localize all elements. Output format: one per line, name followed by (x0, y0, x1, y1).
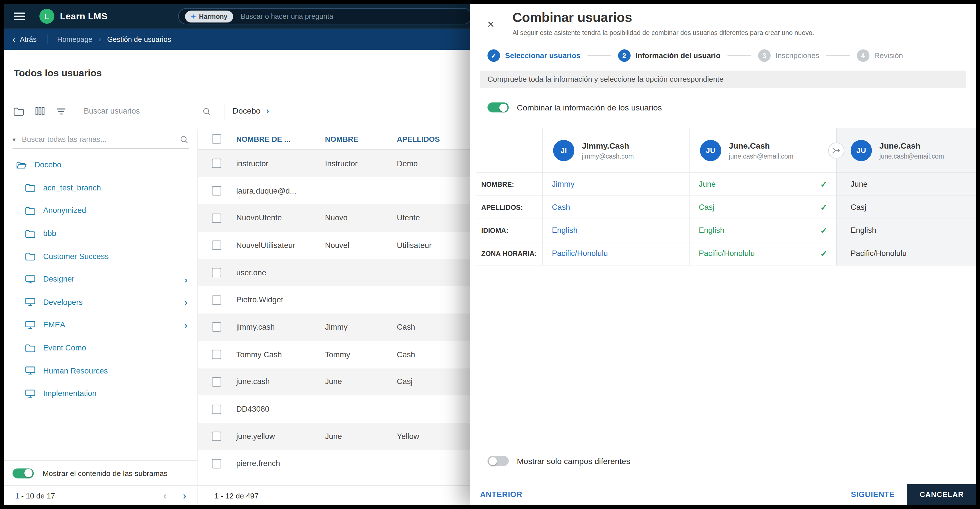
compare-header-user-b: JU June.Cash june.cash@email.com (689, 128, 837, 173)
tree-item[interactable]: Implementation (4, 382, 197, 405)
previous-button[interactable]: ANTERIOR (480, 490, 522, 499)
pagination-next-icon[interactable]: › (183, 490, 186, 501)
step-connector (826, 55, 850, 56)
global-search[interactable]: ✦ Harmony (178, 8, 472, 24)
select-all-checkbox[interactable] (212, 134, 221, 144)
pagination-prev-icon[interactable]: ‹ (163, 490, 167, 501)
row-checkbox[interactable] (212, 322, 221, 332)
cell-username: instructor (236, 159, 325, 168)
branch-search[interactable]: ▾ (13, 131, 189, 149)
option-user-b[interactable]: English (699, 226, 724, 235)
filter-icon[interactable] (55, 105, 67, 117)
tree-item[interactable]: bbb (4, 222, 197, 245)
branch-breadcrumb[interactable]: Docebo › (232, 106, 269, 116)
modal-title: Combinar usuarios (512, 10, 632, 25)
cell-first-name: Jimmy (325, 323, 397, 331)
wizard-stepper: ✓ Seleccionar usuarios 2 Información del… (487, 49, 903, 62)
caret-down-icon[interactable]: ▾ (13, 136, 16, 143)
merge-info-toggle-row: Combinar la información de los usuarios (487, 103, 662, 113)
option-user-a[interactable]: English (552, 226, 578, 235)
row-checkbox[interactable] (212, 214, 221, 223)
column-header-username[interactable]: NOMBRE DE ... (236, 135, 325, 143)
step-review[interactable]: 4 Revisión (857, 49, 903, 62)
chevron-right-icon: › (266, 106, 269, 116)
row-checkbox[interactable] (212, 295, 221, 304)
row-checkbox[interactable] (212, 241, 221, 250)
result-value: English (851, 226, 876, 235)
check-icon: ✓ (487, 49, 500, 62)
hamburger-menu-icon[interactable] (14, 13, 25, 21)
divider (224, 104, 224, 119)
row-checkbox[interactable] (212, 377, 221, 387)
subbranches-toggle-row: Mostrar el contenido de las subramas (4, 460, 197, 485)
merge-users-modal: ✕ Combinar usuarios Al seguir este asist… (470, 4, 976, 505)
option-user-b[interactable]: June (699, 180, 716, 189)
row-checkbox[interactable] (212, 459, 221, 468)
option-user-b[interactable]: Casj (699, 203, 714, 212)
breadcrumb-home[interactable]: Homepage (57, 36, 92, 43)
next-button[interactable]: SIGUIENTE (851, 490, 895, 499)
chevron-right-icon[interactable]: › (184, 320, 188, 330)
cell-username: jimmy.cash (236, 323, 325, 331)
user-name: June.Cash (729, 141, 794, 150)
monitor-icon (25, 366, 36, 376)
columns-icon[interactable] (33, 105, 46, 117)
cell-first-name: Tommy (325, 350, 397, 359)
tree-item-root[interactable]: Docebo (4, 154, 197, 176)
chevron-right-icon[interactable]: › (184, 297, 188, 308)
option-user-a[interactable]: Cash (552, 203, 570, 212)
option-user-a[interactable]: Jimmy (552, 180, 574, 189)
tree-item[interactable]: Designer › (4, 268, 197, 291)
row-checkbox[interactable] (212, 350, 221, 359)
tree-item[interactable]: Human Resources (4, 359, 197, 382)
step-user-info[interactable]: 2 Información del usuario (618, 49, 721, 62)
screen: L Learn LMS ✦ Harmony ‹ Atrás Homepage ›… (0, 0, 980, 509)
harmony-badge[interactable]: ✦ Harmony (185, 10, 233, 22)
cell-username: user.one (236, 268, 325, 277)
merge-info-toggle[interactable] (487, 103, 509, 113)
subbranches-toggle[interactable] (13, 468, 34, 478)
row-checkbox[interactable] (212, 404, 221, 414)
step-label: Seleccionar usuarios (505, 51, 581, 60)
row-checkbox[interactable] (212, 159, 221, 168)
avatar: JU (700, 140, 721, 161)
close-icon[interactable]: ✕ (487, 19, 495, 30)
harmony-badge-label: Harmony (199, 13, 228, 20)
compare-header-result-user: JU June.Cash june.cash@email.com (836, 128, 976, 173)
chevron-right-icon[interactable]: › (184, 274, 188, 285)
cancel-button[interactable]: CANCELAR (907, 484, 976, 505)
step-select-users[interactable]: ✓ Seleccionar usuarios (487, 49, 580, 62)
tree-item[interactable]: Anonymized (4, 199, 197, 222)
diff-only-toggle[interactable] (487, 456, 509, 466)
tree-item[interactable]: acn_test_branch (4, 176, 197, 199)
tree-item-label: Designer (43, 275, 74, 284)
folder-view-icon[interactable] (13, 105, 25, 117)
tree-item-label: EMEA (43, 320, 65, 329)
tree-item-label: acn_test_branch (43, 184, 101, 192)
row-checkbox[interactable] (212, 268, 221, 277)
monitor-icon (25, 298, 36, 307)
table-pagination-label: 1 - 12 de 497 (214, 491, 258, 500)
step-enrollments[interactable]: 3 Inscripciones (758, 49, 819, 62)
user-search[interactable] (83, 103, 212, 120)
cell-first-name: June (325, 377, 397, 386)
tree-item[interactable]: Event Como (4, 336, 197, 359)
option-user-b[interactable]: Pacific/Honolulu (699, 249, 755, 258)
tree-item[interactable]: Customer Success (4, 245, 197, 268)
tree-item[interactable]: Developers › (4, 291, 197, 314)
back-button[interactable]: ‹ Atrás (13, 35, 37, 44)
cell-username: Tommy Cash (236, 350, 325, 359)
row-checkbox[interactable] (212, 431, 221, 441)
tree-item[interactable]: EMEA › (4, 314, 197, 336)
branch-search-input[interactable] (21, 134, 174, 144)
field-label: IDIOMA: (476, 219, 543, 242)
row-checkbox[interactable] (212, 186, 221, 195)
user-search-input[interactable] (83, 106, 202, 116)
global-search-input[interactable] (239, 12, 465, 21)
app-logo-text: Learn LMS (60, 11, 108, 21)
option-user-a[interactable]: Pacific/Honolulu (552, 249, 608, 258)
app-logo-icon[interactable]: L (39, 9, 54, 24)
column-header-first-name[interactable]: NOMBRE (325, 135, 397, 143)
monitor-icon (25, 320, 36, 330)
selected-check-icon: ✓ (820, 225, 827, 235)
